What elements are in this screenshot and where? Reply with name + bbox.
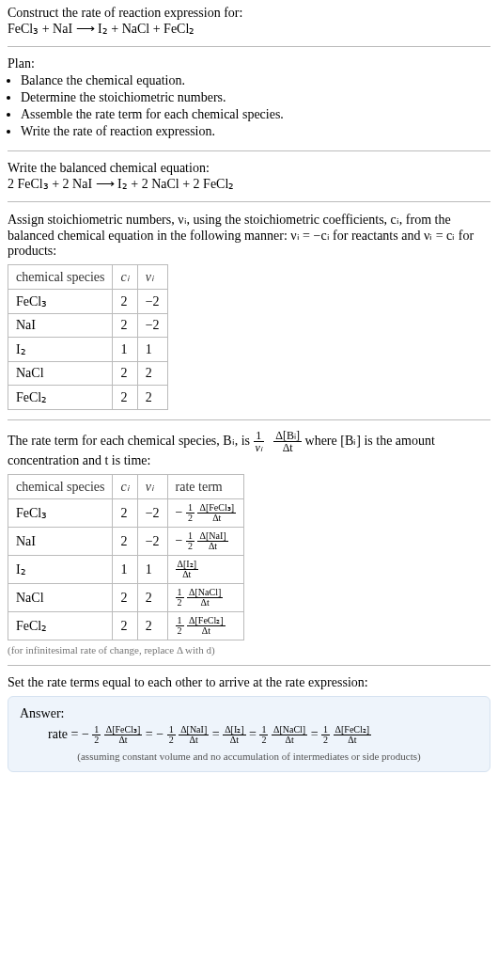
intro-block: Construct the rate of reaction expressio… xyxy=(8,6,490,46)
plan-heading: Plan: xyxy=(8,56,490,71)
col-species: chemical species xyxy=(8,265,113,290)
sign: − xyxy=(176,505,183,519)
sign: − xyxy=(176,533,183,547)
table-row: NaCl 2 2 xyxy=(8,362,168,386)
frac-den: Δt xyxy=(223,735,245,745)
cell-c: 1 xyxy=(113,556,137,584)
rateterm-text-a: The rate term for each chemical species,… xyxy=(8,434,254,448)
col-nu: νᵢ xyxy=(137,475,167,499)
table-row: NaI 2 −2 xyxy=(8,314,168,338)
cell-rate: − 1 2 Δ[NaI] Δt xyxy=(167,528,243,556)
cell-c: 2 xyxy=(113,612,137,640)
cell-c: 1 xyxy=(113,338,137,362)
frac-den: Δt xyxy=(197,542,227,551)
delta-frac: Δ[I₂] Δt xyxy=(223,725,245,745)
coef-frac: 1 2 xyxy=(92,725,101,745)
cell-nu: −2 xyxy=(137,499,167,528)
frac-den: Δt xyxy=(273,442,302,453)
delta-frac: Δ[FeCl₂] Δt xyxy=(187,616,226,636)
col-species: chemical species xyxy=(8,475,113,499)
delta-frac: Δ[I₂] Δt xyxy=(176,560,198,579)
cell-species: FeCl₂ xyxy=(8,386,113,410)
sign: − xyxy=(156,727,163,741)
cell-rate: 1 2 Δ[NaCl] Δt xyxy=(167,584,243,612)
delta-frac: Δ[NaCl] Δt xyxy=(187,588,223,608)
cell-species: FeCl₃ xyxy=(8,290,113,314)
col-nu-label: νᵢ xyxy=(146,270,154,284)
table-row: I₂ 1 1 xyxy=(8,338,168,362)
balanced-heading: Write the balanced chemical equation: xyxy=(8,161,490,176)
cell-c: 2 xyxy=(113,290,137,314)
cell-nu: 2 xyxy=(137,386,167,410)
table-row: FeCl₃ 2 −2 xyxy=(8,290,168,314)
delta-frac: Δ[FeCl₂] Δt xyxy=(334,725,372,745)
delta-frac: Δ[NaI] Δt xyxy=(197,531,227,551)
cell-c: 2 xyxy=(113,314,137,338)
cell-species: NaI xyxy=(8,314,113,338)
coef-frac: 1 2 xyxy=(321,725,330,745)
cell-rate: Δ[I₂] Δt xyxy=(167,556,243,584)
plan-block: Plan: Balance the chemical equation. Det… xyxy=(8,46,490,150)
cell-nu: −2 xyxy=(137,528,167,556)
coef-frac: 1 2 xyxy=(259,725,268,745)
rate-label: rate = xyxy=(48,727,82,741)
balanced-equation: 2 FeCl₃ + 2 NaI ⟶ I₂ + 2 NaCl + 2 FeCl₂ xyxy=(8,176,490,192)
frac-den: Δt xyxy=(334,735,372,745)
cell-rate: − 1 2 Δ[FeCl₃] Δt xyxy=(167,499,243,528)
col-rate: rate term xyxy=(167,475,243,499)
cell-species: FeCl₃ xyxy=(8,499,113,528)
cell-nu: 2 xyxy=(137,584,167,612)
frac-den: 2 xyxy=(321,735,330,745)
balanced-block: Write the balanced chemical equation: 2 … xyxy=(8,150,490,201)
answer-equation: rate = − 1 2 Δ[FeCl₃] Δt = − xyxy=(20,725,478,745)
inline-frac1: 1 νᵢ xyxy=(254,430,264,453)
col-c-label: cᵢ xyxy=(120,270,129,284)
cell-c: 2 xyxy=(113,528,137,556)
frac-den: 2 xyxy=(259,735,268,745)
frac-den: Δt xyxy=(272,735,307,745)
coef-frac: 1 2 xyxy=(176,616,184,636)
answer-assumption: (assuming constant volume and no accumul… xyxy=(20,751,478,762)
col-c: cᵢ xyxy=(113,265,137,290)
frac-den: νᵢ xyxy=(254,442,264,453)
coef-frac: 1 2 xyxy=(176,588,184,608)
final-block: Set the rate terms equal to each other t… xyxy=(8,665,490,782)
cell-nu: 2 xyxy=(137,362,167,386)
cell-c: 2 xyxy=(113,362,137,386)
intro-line: Construct the rate of reaction expressio… xyxy=(8,6,490,21)
intro-equation: FeCl₃ + NaI ⟶ I₂ + NaCl + FeCl₂ xyxy=(8,21,490,37)
coef-frac: 1 2 xyxy=(186,531,195,551)
sign: − xyxy=(82,727,89,741)
cell-nu: 1 xyxy=(137,556,167,584)
cell-species: I₂ xyxy=(8,556,113,584)
cell-nu: 2 xyxy=(137,612,167,640)
answer-label: Answer: xyxy=(20,706,478,721)
table-row: FeCl₂ 2 2 1 2 Δ[FeCl₂] Δt xyxy=(8,612,244,640)
cell-c: 2 xyxy=(113,499,137,528)
table-header-row: chemical species cᵢ νᵢ rate term xyxy=(8,475,244,499)
table-row: I₂ 1 1 Δ[I₂] Δt xyxy=(8,556,244,584)
cell-c: 2 xyxy=(113,584,137,612)
frac-den: 2 xyxy=(186,514,195,523)
frac-den: Δt xyxy=(104,735,143,745)
cell-species: NaCl xyxy=(8,362,113,386)
col-c: cᵢ xyxy=(113,475,137,499)
plan-item: Assemble the rate term for each chemical… xyxy=(21,107,490,122)
frac-den: 2 xyxy=(186,542,195,551)
plan-item: Balance the chemical equation. xyxy=(21,73,490,88)
coef-frac: 1 2 xyxy=(167,725,176,745)
table-row: NaI 2 −2 − 1 2 Δ[NaI] Δt xyxy=(8,528,244,556)
plan-item: Determine the stoichiometric numbers. xyxy=(21,90,490,105)
frac-den: 2 xyxy=(176,626,184,636)
coef-frac: 1 2 xyxy=(186,503,195,523)
rateterm-footnote: (for infinitesimal rate of change, repla… xyxy=(8,644,490,656)
cell-c: 2 xyxy=(113,386,137,410)
cell-nu: −2 xyxy=(137,314,167,338)
frac-den: Δt xyxy=(179,735,209,745)
table-row: FeCl₃ 2 −2 − 1 2 Δ[FeCl₃] Δt xyxy=(8,499,244,528)
col-nu: νᵢ xyxy=(137,265,167,290)
rateterm-text: The rate term for each chemical species,… xyxy=(8,430,490,468)
cell-nu: −2 xyxy=(137,290,167,314)
final-lead: Set the rate terms equal to each other t… xyxy=(8,675,490,690)
cell-species: NaI xyxy=(8,528,113,556)
